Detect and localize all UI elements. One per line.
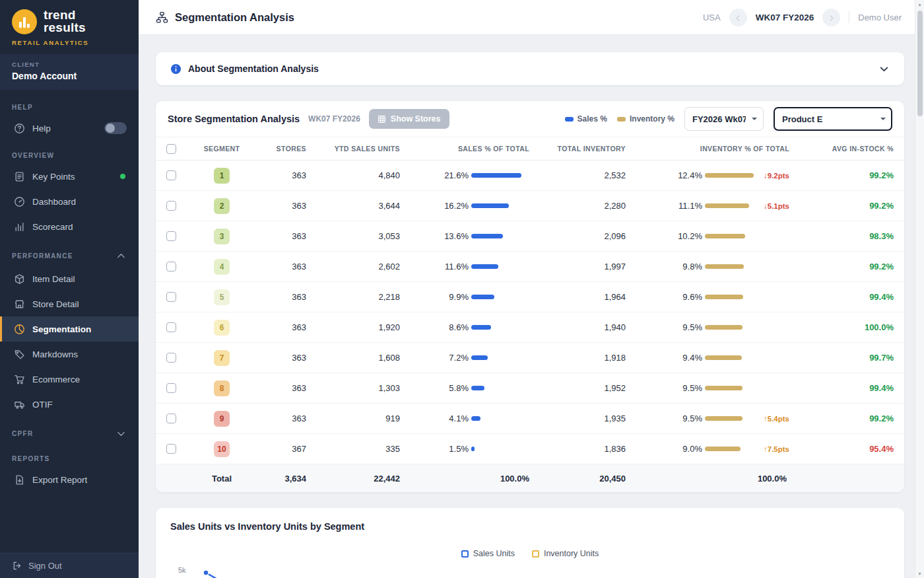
- inventory-pct-bar: [705, 416, 742, 421]
- row-checkbox[interactable]: [166, 170, 176, 180]
- stores-value: 367: [257, 444, 306, 454]
- sales-pct-value: 21.6%: [400, 170, 469, 180]
- legend-sales-units[interactable]: Sales Units: [461, 549, 515, 558]
- inventory-value: 1,935: [529, 414, 626, 423]
- sidebar-item-ecommerce[interactable]: Ecommerce: [0, 367, 139, 392]
- instock-value: 95.4%: [801, 444, 904, 454]
- stores-value: 363: [257, 170, 306, 180]
- row-checkbox[interactable]: [166, 231, 176, 241]
- status-dot: [120, 174, 125, 179]
- chart-title: Sales Units vs Inventory Units by Segmen…: [170, 521, 890, 532]
- user-label: Demo User: [858, 13, 902, 22]
- sidebar-item-segmentation[interactable]: Segmentation: [0, 316, 139, 342]
- chart-card: Sales Units vs Inventory Units by Segmen…: [156, 508, 904, 578]
- scroll-up-arrow[interactable]: ▲: [915, 2, 924, 7]
- about-panel[interactable]: About Segmentation Analysis: [156, 52, 904, 85]
- show-stores-button[interactable]: Show Stores: [369, 109, 449, 129]
- inventory-pct-value: 9.5%: [626, 322, 702, 332]
- ecommerce-icon: [14, 374, 25, 385]
- stores-value: 363: [257, 262, 306, 271]
- sidebar-item-scorecard[interactable]: Scorecard: [0, 214, 139, 239]
- stores-value: 363: [257, 231, 306, 241]
- nav-section-help: HELP: [0, 92, 139, 116]
- product-select[interactable]: Product E: [774, 107, 892, 131]
- sidebar: trendresults RETAIL ANALYTICS CLIENT Dem…: [0, 0, 139, 578]
- sidebar-item-label: Export Report: [32, 475, 87, 485]
- help-toggle[interactable]: [104, 122, 127, 134]
- nav-section-performance[interactable]: PERFORMANCE: [0, 239, 139, 266]
- sidebar-item-otif[interactable]: OTIF: [0, 392, 139, 417]
- row-checkbox[interactable]: [166, 353, 176, 363]
- legend-inventory-units[interactable]: Inventory Units: [532, 549, 599, 558]
- next-week-button[interactable]: [822, 9, 840, 26]
- inventory-pct-value: 10.2%: [626, 231, 702, 241]
- row-checkbox[interactable]: [166, 292, 176, 302]
- sidebar-item-store-detail[interactable]: Store Detail: [0, 291, 139, 316]
- inventory-value: 1,836: [529, 444, 626, 454]
- app-window: trendresults RETAIL ANALYTICS CLIENT Dem…: [0, 0, 924, 578]
- segment-badge: 10: [214, 441, 230, 457]
- sidebar-item-label: Markdowns: [32, 349, 78, 359]
- about-title: About Segmentation Analysis: [188, 63, 319, 74]
- sidebar-item-label: Key Points: [32, 172, 75, 182]
- prev-week-button[interactable]: [729, 9, 747, 26]
- chevron-down-icon[interactable]: [878, 63, 890, 75]
- logo-icon: [12, 9, 37, 34]
- row-checkbox[interactable]: [166, 262, 176, 271]
- sidebar-item-item-detail[interactable]: Item Detail: [0, 266, 139, 291]
- instock-value: 99.2%: [801, 414, 904, 423]
- inventory-delta: ↑7.5pts: [764, 445, 789, 453]
- page-title-wrap: Segmentation Analysis: [156, 11, 294, 24]
- row-checkbox[interactable]: [166, 444, 176, 454]
- table-body: 13634,84021.6%2,53212.4%↓9.2pts99.2%2363…: [156, 161, 904, 464]
- chevron-left-icon: [734, 13, 742, 22]
- divider: [849, 11, 849, 23]
- sales-pct-bar: [471, 386, 484, 390]
- row-checkbox[interactable]: [166, 414, 176, 423]
- instock-value: 100.0%: [801, 322, 904, 332]
- row-checkbox[interactable]: [166, 322, 176, 332]
- sidebar-item-key-points[interactable]: Key Points: [0, 164, 139, 189]
- table-row-segment-6: 63631,9208.6%1,9409.5%100.0%: [156, 312, 904, 343]
- inventory-value: 2,532: [529, 170, 626, 180]
- segment-badge: 4: [214, 259, 230, 275]
- ytd-sales-value: 3,644: [306, 201, 400, 211]
- week-select-wrap: FY2026 Wk07: [684, 107, 764, 131]
- sidebar-item-help[interactable]: Help: [0, 116, 139, 141]
- sign-out-button[interactable]: Sign Out: [0, 553, 139, 578]
- instock-value: 99.4%: [801, 292, 904, 302]
- chevron-down-icon: [116, 428, 127, 439]
- table-row-segment-8: 83631,3035.8%1,9529.5%99.4%: [156, 373, 904, 404]
- nav-section-overview: OVERVIEW: [0, 141, 139, 164]
- sidebar-item-export-report[interactable]: Export Report: [0, 467, 139, 492]
- inventory-pct-bar: [705, 173, 754, 178]
- inventory-pct-value: 9.5%: [626, 414, 702, 423]
- select-all-checkbox[interactable]: [166, 144, 176, 154]
- scroll-thumb[interactable]: [917, 11, 923, 116]
- sales-pct-bar: [471, 295, 494, 299]
- row-checkbox[interactable]: [166, 383, 176, 393]
- week-select[interactable]: FY2026 Wk07: [684, 107, 764, 131]
- client-block: CLIENT Demo Account: [0, 54, 139, 90]
- nav-section-cpfr[interactable]: CPFR: [0, 417, 139, 444]
- sidebar-item-label: Help: [32, 124, 51, 133]
- segment-badge: 7: [214, 350, 230, 366]
- scrollbar[interactable]: ▲ ▼: [915, 0, 924, 578]
- client-name: Demo Account: [12, 71, 127, 81]
- segmentation-page-icon: [156, 11, 168, 24]
- inventory-pct-value: 9.4%: [626, 353, 702, 363]
- inventory-pct-bar: [705, 447, 741, 451]
- sidebar-item-dashboard[interactable]: Dashboard: [0, 189, 139, 214]
- sidebar-nav: HELPHelpOVERVIEWKey PointsDashboardScore…: [0, 90, 139, 553]
- inventory-value: 2,280: [529, 201, 626, 211]
- topbar: Segmentation Analysis USA WK07 FY2026 De…: [139, 0, 924, 35]
- key-points-icon: [14, 171, 25, 182]
- scroll-down-arrow[interactable]: ▼: [915, 571, 924, 576]
- sales-units-marker: [461, 550, 469, 558]
- sidebar-item-label: Scorecard: [32, 222, 73, 232]
- stores-value: 363: [257, 383, 306, 393]
- markdowns-icon: [14, 349, 25, 360]
- sidebar-item-markdowns[interactable]: Markdowns: [0, 342, 139, 367]
- row-checkbox[interactable]: [166, 201, 176, 211]
- sales-pct-bar: [471, 173, 521, 178]
